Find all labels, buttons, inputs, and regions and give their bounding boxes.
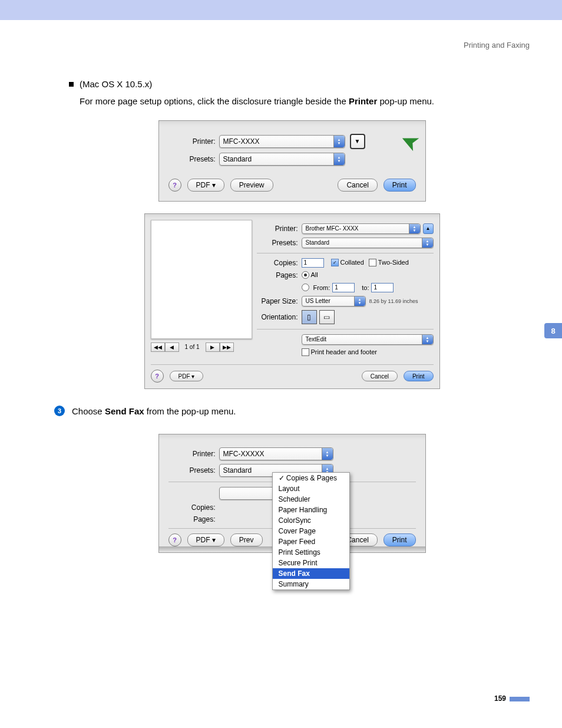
copies-label: Copies: xyxy=(168,503,219,512)
square-bullet-icon xyxy=(69,82,74,87)
pdf-button[interactable]: PDF ▾ xyxy=(187,179,224,192)
preview-button[interactable]: Preview xyxy=(230,179,273,192)
section-header: Printing and Faxing xyxy=(54,41,530,50)
app-panel-value: TextEdit xyxy=(306,336,327,342)
os-note: (Mac OS X 10.5.x) xyxy=(80,79,152,89)
cancel-button[interactable]: Cancel xyxy=(362,371,398,381)
papersize-label: Paper Size: xyxy=(257,297,302,305)
select-arrows-icon: ▲▼ xyxy=(409,224,420,233)
menu-item[interactable]: Scheduler xyxy=(273,494,349,505)
menu-item[interactable]: Secure Print xyxy=(273,558,349,568)
cancel-button[interactable]: Cancel xyxy=(338,179,377,192)
page-footer: 159 xyxy=(54,694,530,703)
menu-item[interactable]: Layout xyxy=(273,483,349,494)
printer-select-value: Brother MFC- XXXX xyxy=(306,225,359,232)
orientation-label: Orientation: xyxy=(257,313,302,321)
to-input[interactable]: 1 xyxy=(371,283,394,292)
printer-select-value: MFC-XXXXX xyxy=(223,450,265,458)
preview-button[interactable]: Prev xyxy=(230,533,263,546)
menu-item[interactable]: Paper Feed xyxy=(273,536,349,547)
menu-item[interactable]: Send Fax xyxy=(273,568,349,579)
select-arrows-icon: ▲▼ xyxy=(333,153,345,165)
panel-popup-menu: Copies & PagesLayoutSchedulerPaper Handl… xyxy=(272,472,350,590)
presets-label: Presets: xyxy=(168,466,219,475)
presets-select[interactable]: Standard ▲▼ xyxy=(302,238,434,248)
from-input[interactable]: 1 xyxy=(332,283,355,292)
menu-item[interactable]: Paper Handling xyxy=(273,505,349,515)
copies-input[interactable]: 1 xyxy=(302,258,324,268)
printer-label: Printer: xyxy=(168,137,219,146)
pages-label: Pages: xyxy=(168,515,219,523)
print-button[interactable]: Print xyxy=(384,533,416,546)
menu-item[interactable]: Print Settings xyxy=(273,547,349,558)
help-button[interactable]: ? xyxy=(168,533,181,546)
pdf-button[interactable]: PDF ▾ xyxy=(187,533,224,546)
presets-select-value: Standard xyxy=(306,239,330,246)
select-arrows-icon: ▲▼ xyxy=(422,335,433,344)
printer-select[interactable]: Brother MFC- XXXX ▲▼ xyxy=(302,223,421,234)
intro-paragraph: For more page setup options, click the d… xyxy=(80,95,530,108)
help-button[interactable]: ? xyxy=(151,370,164,383)
header-footer-option[interactable]: Print header and footer xyxy=(302,348,378,357)
page-number: 159 xyxy=(494,694,506,703)
papersize-select[interactable]: US Letter ▲▼ xyxy=(302,296,366,307)
pages-label: Pages: xyxy=(257,271,302,279)
radio-off-icon xyxy=(302,284,309,291)
orientation-portrait-button[interactable]: ▯ xyxy=(302,310,317,324)
printer-label: Printer: xyxy=(257,225,302,233)
menu-item[interactable]: Cover Page xyxy=(273,526,349,536)
orientation-landscape-button[interactable]: ▭ xyxy=(319,310,335,324)
select-arrows-icon: ▲▼ xyxy=(354,297,365,306)
intro-pre: For more page setup options, click the d… xyxy=(80,96,349,106)
select-arrows-icon: ▲▼ xyxy=(333,136,345,147)
presets-select[interactable]: Standard ▲▼ xyxy=(219,153,345,166)
collated-option[interactable]: ✓Collated xyxy=(331,259,364,267)
print-dialog-expanded: ◀◀ ◀ 1 of 1 ▶ ▶▶ Printer: Brother MFC- X… xyxy=(144,213,440,390)
step-badge: 3 xyxy=(54,406,65,416)
step3-pre: Choose xyxy=(72,406,105,416)
pages-all-label: All xyxy=(311,271,318,278)
checkbox-icon xyxy=(369,259,376,266)
twosided-option[interactable]: Two-Sided xyxy=(369,259,409,267)
app-panel-select[interactable]: TextEdit ▲▼ xyxy=(302,334,434,345)
checkbox-icon xyxy=(302,348,309,356)
select-arrows-icon: ▲▼ xyxy=(322,448,333,460)
top-blue-bar xyxy=(0,0,562,20)
header-footer-label: Print header and footer xyxy=(311,348,378,355)
printer-select[interactable]: MFC-XXXX ▲▼ xyxy=(219,135,345,148)
papersize-dimensions: 8.26 by 11.69 inches xyxy=(369,298,418,304)
step3-post: from the pop-up menu. xyxy=(144,406,236,416)
help-button[interactable]: ? xyxy=(168,179,181,192)
print-button[interactable]: Print xyxy=(384,179,416,192)
presets-select-value: Standard xyxy=(223,155,252,163)
collated-label: Collated xyxy=(340,259,364,266)
pager-last-button[interactable]: ▶▶ xyxy=(220,342,234,352)
menu-item[interactable]: Copies & Pages xyxy=(273,473,349,483)
pager-prev-button[interactable]: ◀ xyxy=(165,342,179,352)
disclosure-triangle-button[interactable]: ▼ xyxy=(350,134,365,149)
to-label: to: xyxy=(362,284,369,291)
presets-label: Presets: xyxy=(257,239,302,247)
step3-text: Choose Send Fax from the pop-up menu. xyxy=(72,406,236,416)
pages-from-option[interactable]: From: 1 to: 1 xyxy=(302,283,394,292)
menu-item[interactable]: Summary xyxy=(273,579,349,589)
presets-select-value: Standard xyxy=(223,466,252,475)
intro-strong: Printer xyxy=(349,96,377,106)
printer-select[interactable]: MFC-XXXXX ▲▼ xyxy=(219,447,333,460)
chapter-side-tab: 8 xyxy=(544,323,562,338)
footer-bar-icon xyxy=(510,697,530,701)
radio-on-icon xyxy=(302,271,309,279)
guide-arrow-icon: ➤ xyxy=(396,125,424,156)
print-button[interactable]: Print xyxy=(404,371,434,381)
papersize-value: US Letter xyxy=(306,298,330,304)
copies-label: Copies: xyxy=(257,259,302,267)
pager-next-button[interactable]: ▶ xyxy=(206,342,220,352)
pdf-button[interactable]: PDF ▾ xyxy=(170,371,204,381)
disclosure-triangle-button[interactable]: ▲ xyxy=(423,223,434,234)
printer-label: Printer: xyxy=(168,450,219,458)
twosided-label: Two-Sided xyxy=(378,259,409,266)
pages-all-option[interactable]: All xyxy=(302,271,318,279)
menu-item[interactable]: ColorSync xyxy=(273,515,349,526)
page-preview xyxy=(151,220,252,339)
pager-first-button[interactable]: ◀◀ xyxy=(151,342,165,352)
